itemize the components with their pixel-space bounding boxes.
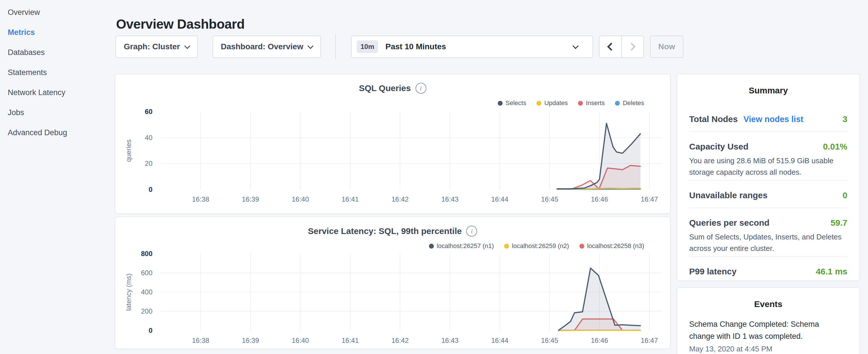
sidebar-item-jobs[interactable]: Jobs: [8, 109, 102, 117]
summary-row-label: Capacity Used: [689, 142, 748, 152]
graph-dropdown-label: Graph: Cluster: [124, 42, 180, 51]
chevron-down-icon: [184, 43, 190, 49]
summary-row-label: P99 latency: [689, 267, 737, 277]
now-button[interactable]: Now: [650, 35, 683, 58]
chart-plot[interactable]: [115, 217, 671, 350]
chevron-left-icon: [607, 43, 615, 51]
summary-row: Unavailable ranges0: [689, 181, 847, 208]
summary-row-value: 46.1 ms: [816, 267, 847, 277]
summary-row: P99 latency46.1 ms: [689, 257, 847, 284]
summary-row: Queries per second59.7Sum of Selects, Up…: [689, 208, 847, 257]
view-nodes-link[interactable]: View nodes list: [743, 115, 803, 124]
event-message: Schema Change Completed: Schema change w…: [689, 318, 827, 342]
sidebar-item-overview[interactable]: Overview: [8, 9, 102, 16]
now-button-label: Now: [658, 42, 675, 51]
summary-row-label: Unavailable ranges: [689, 190, 767, 200]
summary-row-label: Queries per second: [689, 218, 769, 228]
time-range-dropdown[interactable]: 10m Past 10 Minutes: [351, 35, 593, 58]
service-latency-chart-card: Service Latency: SQL, 99th percentile i …: [115, 217, 671, 349]
sidebar-item-advanced-debug[interactable]: Advanced Debug: [8, 129, 102, 137]
event-item: Schema Change Completed: Schema change w…: [689, 318, 847, 353]
summary-row: Total NodesView nodes list3: [689, 103, 847, 132]
time-range-label: Past 10 Minutes: [385, 42, 446, 51]
time-step-back-button[interactable]: [599, 36, 622, 57]
events-panel: Events Schema Change Completed: Schema c…: [677, 287, 860, 354]
controls-divider: [335, 34, 336, 59]
summary-row: Capacity Used0.01%You are using 28.6 MiB…: [689, 132, 847, 181]
time-step-buttons: [599, 35, 644, 58]
metrics-page: OverviewMetricsDatabasesStatementsNetwor…: [0, 0, 868, 354]
events-title: Events: [689, 299, 847, 309]
page-title: Overview Dashboard: [116, 16, 245, 32]
summary-row-label: Total Nodes: [689, 114, 738, 124]
summary-row-value: 59.7: [831, 218, 847, 228]
time-range-badge: 10m: [357, 40, 378, 53]
sidebar-item-databases[interactable]: Databases: [8, 49, 102, 57]
chart-plot[interactable]: [115, 74, 671, 215]
summary-row-value: 0: [842, 190, 847, 200]
summary-row-description: You are using 28.6 MiB of 515.9 GiB usab…: [689, 155, 847, 178]
event-timestamp: May 13, 2020 at 4:45 PM: [689, 345, 847, 353]
dashboard-dropdown-label: Dashboard: Overview: [221, 42, 304, 51]
chevron-down-icon: [572, 43, 579, 49]
sql-queries-chart-card: SQL Queries i SelectsUpdatesInsertsDelet…: [115, 74, 671, 214]
time-step-forward-button[interactable]: [622, 36, 644, 57]
summary-row-value: 0.01%: [823, 142, 847, 152]
dashboard-dropdown[interactable]: Dashboard: Overview: [213, 35, 321, 58]
chevron-down-icon: [308, 43, 313, 49]
summary-row-description: Sum of Selects, Updates, Inserts, and De…: [689, 231, 847, 254]
sidebar: OverviewMetricsDatabasesStatementsNetwor…: [8, 9, 102, 149]
chevron-right-icon: [627, 43, 636, 51]
summary-panel: Summary Total NodesView nodes list3Capac…: [677, 74, 860, 281]
graph-dropdown[interactable]: Graph: Cluster: [116, 35, 198, 58]
sidebar-item-network-latency[interactable]: Network Latency: [8, 89, 102, 97]
sidebar-item-statements[interactable]: Statements: [8, 69, 102, 76]
summary-title: Summary: [689, 86, 847, 95]
summary-row-value: 3: [842, 114, 847, 124]
sidebar-item-metrics[interactable]: Metrics: [8, 29, 102, 36]
